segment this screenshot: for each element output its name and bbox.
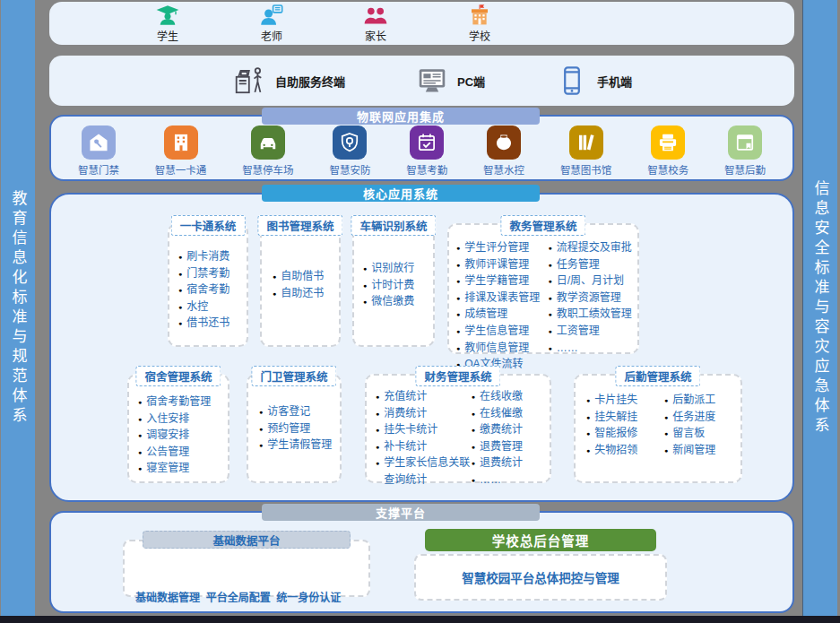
logistics-icon (728, 125, 762, 160)
iot-item-water: 智慧水控 (483, 125, 524, 177)
teacher-icon (256, 4, 287, 28)
support-banner: 支撑平台 (262, 504, 540, 521)
list-item: ●教师信息管理 (456, 340, 548, 357)
list-item: ●学生家长信息关联查询统计 (376, 454, 472, 488)
base-data-platform-content: 基础数据管理 平台全局配置 统一身份认证 用户账户与权限管理 单点登录 (125, 541, 368, 623)
list-item: ●公告管理 (138, 444, 211, 461)
iot-item-parking: 智慧停车场 (242, 125, 294, 177)
iot-label: 智慧安防 (329, 162, 370, 177)
list-item: ●任务进度 (664, 409, 739, 426)
user-item-school: 学校 (447, 4, 512, 43)
card-title: 门卫管理系统 (251, 366, 336, 386)
terminal-label: PC端 (457, 73, 485, 90)
list-item: ●…… (548, 340, 636, 357)
terminal-label: 自助服务终端 (275, 73, 345, 90)
list-item: ●…… (472, 472, 548, 489)
card-dormitory-system: 宿舍管理系统 ●宿舍考勤管理●入住安排●调寝安排●公告管理●寝室管理 (127, 374, 229, 483)
school-icon (464, 4, 495, 28)
list-item: ●水控 (178, 299, 229, 316)
list-item: ●充值统计 (376, 388, 472, 405)
user-item-teacher: 老师 (239, 4, 304, 43)
list-item: ●寝室管理 (138, 460, 211, 477)
school-admin-card: 学校总后台管理 智慧校园平台总体把控与管理 (414, 554, 667, 601)
terminal-item-mobile: 手机端 (555, 65, 632, 97)
card-library-system: 图书管理系统 ●自助借书●自助还书 (260, 223, 341, 347)
iot-row: 智慧门禁 智慧一卡通 (51, 117, 792, 182)
base-data-platform-title: 基础数据平台 (143, 531, 351, 549)
support-platform-panel: 支撑平台 基础数据平台 基础数据管理 平台全局配置 统一身份认证 用户账户与权限… (49, 511, 794, 613)
iot-item-library: 智慧图书馆 (560, 125, 612, 177)
smart-campus-architecture: 学生 老师 家长 (49, 0, 794, 616)
iot-panel: 物联网应用集成 智慧门禁 (49, 115, 794, 181)
core-systems-panel: 核心应用系统 一卡通系统 ●刷卡消费●门禁考勤●宿舍考勤●水控●借书还书 图书管… (49, 193, 794, 502)
list-item: ●缴费统计 (472, 421, 548, 438)
iot-label: 智慧一卡通 (155, 162, 207, 177)
terminal-label: 手机端 (597, 73, 632, 90)
iot-label: 智慧后勤 (724, 162, 766, 177)
list-item: ●退费管理 (472, 438, 548, 455)
list-item: ●调寝安排 (138, 427, 211, 444)
list-item: ●学生学籍管理 (456, 273, 548, 290)
iot-item-security: 智慧安防 (329, 125, 370, 177)
card-onecard-system: 一卡通系统 ●刷卡消费●门禁考勤●宿舍考勤●水控●借书还书 (168, 223, 248, 347)
list-item: ●后勤派工 (664, 392, 739, 409)
terminals-row: 自助服务终端 PC端 手机端 (49, 56, 794, 106)
school-admin-content: 智慧校园平台总体把控与管理 (462, 568, 619, 586)
core-banner: 核心应用系统 (262, 185, 540, 202)
parents-icon (360, 4, 391, 28)
list-item: ●失物招领 (586, 442, 664, 459)
card-title: 后勤管理系统 (615, 366, 700, 386)
card-logistics-system: 后勤管理系统 ●卡片挂失●挂失解挂●智能报修●失物招领 ●后勤派工●任务进度●留… (574, 374, 742, 483)
list-item: ●学生评分管理 (456, 239, 548, 256)
user-item-parents: 家长 (343, 4, 408, 43)
user-label: 学生 (157, 28, 178, 43)
attendance-calendar-icon (410, 125, 444, 160)
card-title: 车辆识别系统 (351, 215, 436, 236)
list-item: ●在线催缴 (472, 405, 548, 422)
card-building-icon (164, 125, 198, 160)
card-academic-system: 教务管理系统 ●学生评分管理●教师评课管理●学生学籍管理●排课及课表管理●成绩管… (447, 223, 639, 354)
user-label: 老师 (261, 28, 282, 43)
iot-label: 智慧停车场 (242, 162, 294, 177)
list-item: ●退费统计 (472, 454, 548, 472)
list-item: ●流程提交及审批 (548, 239, 636, 256)
list-item: ●门禁考勤 (178, 265, 229, 282)
base-data-line: 基础数据管理 平台全局配置 统一身份认证 (135, 590, 361, 607)
list-item: ●工资管理 (548, 323, 636, 340)
iot-banner: 物联网应用集成 (262, 108, 540, 125)
list-item: ●排课及课表管理 (456, 290, 548, 307)
user-item-student: 学生 (135, 4, 200, 43)
list-item: ●刷卡消费 (178, 248, 229, 265)
iot-label: 智慧水控 (483, 162, 524, 177)
iot-label: 智慧图书馆 (560, 162, 612, 177)
list-item: ●智能报修 (586, 425, 664, 442)
list-item: ●宿舍考勤 (178, 281, 229, 299)
list-item: ●教师评课管理 (456, 256, 548, 273)
kiosk-icon (233, 65, 267, 97)
iot-label: 智慧考勤 (406, 162, 447, 177)
list-item: ●自助借书 (273, 268, 324, 285)
school-admin-title: 学校总后台管理 (425, 529, 656, 551)
card-finance-system: 财务管理系统 ●充值统计●消费统计●挂失卡统计●补卡统计●学生家长信息关联查询统… (365, 374, 551, 483)
card-title: 宿舍管理系统 (135, 366, 221, 386)
list-item: ●成绩管理 (456, 306, 548, 323)
list-item: ●借书还书 (178, 315, 229, 332)
list-item: ●新闻管理 (664, 442, 739, 459)
list-item: ●挂失解挂 (586, 409, 664, 426)
list-item: ●任务管理 (548, 256, 636, 273)
list-item: ●计时计费 (363, 277, 414, 294)
security-shield-icon (333, 125, 367, 160)
library-books-icon (569, 125, 603, 160)
water-control-icon (487, 125, 521, 160)
list-item: ●日/周、月计划 (548, 273, 636, 290)
iot-label: 智慧门禁 (78, 162, 119, 177)
iot-item-attendance: 智慧考勤 (406, 125, 447, 177)
list-item: ●预约管理 (259, 420, 332, 437)
right-security-bar: 信息安全标准与容灾应急体系 (802, 0, 837, 616)
card-gatekeeper-system: 门卫管理系统 ●访客登记●预约管理●学生请假管理 (247, 374, 342, 483)
list-item: ●卡片挂失 (586, 392, 664, 409)
parking-car-icon (251, 125, 285, 160)
list-item: ●访客登记 (259, 403, 332, 420)
user-label: 学校 (469, 28, 490, 43)
base-data-platform-card: 基础数据平台 基础数据管理 平台全局配置 统一身份认证 用户账户与权限管理 单点… (123, 540, 370, 597)
